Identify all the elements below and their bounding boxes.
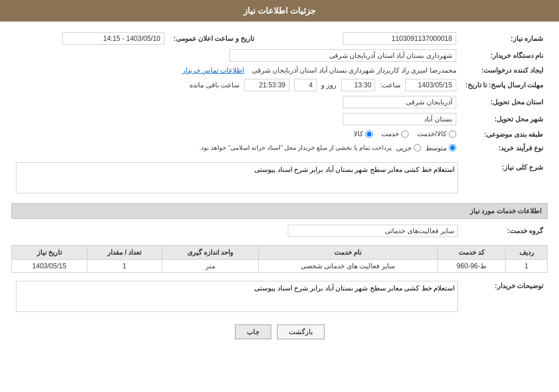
deadline-day-label: روز و bbox=[321, 81, 337, 89]
city-box: بستان آباد bbox=[343, 113, 456, 125]
row-need-number: شماره نیاز: 1103091137000018 تاریخ و ساع… bbox=[11, 30, 548, 47]
category-label: طبقه بندی موضوعی: bbox=[461, 128, 548, 142]
buyer-desc-table: توضیحات خریدار: استعلام خط کشی معابر سطح… bbox=[11, 279, 548, 316]
service-group-value: سایر فعالیت‌های خدماتی bbox=[11, 222, 463, 239]
service-group-table: گروه خدمت: سایر فعالیت‌های خدماتی bbox=[11, 222, 548, 239]
deadline-row: 1403/05/15 ساعت: 13:30 روز و 4 21:53:39 … bbox=[11, 77, 461, 94]
radio-motavasset[interactable] bbox=[449, 144, 456, 151]
buyer-box: شهرداری بستان آباد استان آذربایجان شرقی bbox=[229, 49, 456, 62]
radio-khedmat[interactable] bbox=[401, 130, 409, 138]
col-qty: تعداد / مقدار bbox=[87, 245, 162, 259]
services-header-row: ردیف کد خدمت نام خدمت واحد اندازه گیری ت… bbox=[12, 245, 548, 259]
deadline-label: مهلت ارسال پاسخ: تا تاریخ: bbox=[461, 77, 548, 94]
buyer-desc-cell: استعلام خط کشی معابر سطح شهر بستان آباد … bbox=[11, 279, 463, 316]
announce-date-box: 1403/05/10 - 14:15 bbox=[62, 32, 165, 45]
deadline-time-box: 13:30 bbox=[341, 79, 375, 91]
col-code: کد خدمت bbox=[438, 245, 505, 259]
radio-kala-khedmat[interactable] bbox=[449, 130, 456, 138]
creator-label: ایجاد کننده درخواست: bbox=[461, 64, 548, 77]
category-option-kala-khedmat[interactable]: کالا/خدمت bbox=[417, 130, 456, 138]
buyer-label: نام دستگاه خریدار: bbox=[461, 47, 548, 64]
purchase-type-row: متوسط جزیی پرداخت تمام یا بخشی از مبلغ خ… bbox=[11, 142, 461, 154]
main-content: شماره نیاز: 1103091137000018 تاریخ و ساع… bbox=[0, 22, 559, 359]
col-date: تاریخ نیاز bbox=[12, 245, 87, 259]
row-need-desc: شرح کلی نیاز: استعلام خط کشی معابر سطح ش… bbox=[11, 160, 548, 197]
radio-kala[interactable] bbox=[365, 130, 373, 138]
info-table: شماره نیاز: 1103091137000018 تاریخ و ساع… bbox=[11, 30, 548, 154]
buyer-value: شهرداری بستان آباد استان آذربایجان شرقی bbox=[11, 47, 461, 64]
city-value: بستان آباد bbox=[11, 111, 461, 128]
row-purchase-type: نوع فرآیند خرید: متوسط جزیی پرداخت تمام … bbox=[11, 142, 548, 154]
page-header: جزئیات اطلاعات نیاز bbox=[0, 0, 559, 22]
col-unit: واحد اندازه گیری bbox=[162, 245, 259, 259]
need-number-value: 1103091137000018 bbox=[287, 30, 461, 47]
print-button[interactable]: چاپ bbox=[235, 324, 271, 339]
deadline-date-box: 1403/05/15 bbox=[405, 79, 456, 91]
need-desc-table: شرح کلی نیاز: استعلام خط کشی معابر سطح ش… bbox=[11, 160, 548, 197]
service-group-box: سایر فعالیت‌های خدماتی bbox=[288, 225, 458, 237]
col-row: ردیف bbox=[506, 245, 548, 259]
services-table-body: 1ط-96-960سایر فعالیت های خدماتی شخصیمتر1… bbox=[12, 259, 548, 272]
creator-value: محمدرضا امیری راد کاربرداز شهرداری بستان… bbox=[11, 64, 461, 77]
row-city: شهر محل تحویل: بستان آباد bbox=[11, 111, 548, 128]
row-buyer-desc: توضیحات خریدار: استعلام خط کشی معابر سطح… bbox=[11, 279, 548, 316]
city-label: شهر محل تحویل: bbox=[461, 111, 548, 128]
purchase-option-jozi[interactable]: جزیی bbox=[396, 144, 421, 152]
purchase-desc: پرداخت تمام یا بخشی از مبلغ خریداز محل "… bbox=[199, 144, 392, 151]
need-number-label: شماره نیاز: bbox=[461, 30, 548, 47]
row-service-group: گروه خدمت: سایر فعالیت‌های خدماتی bbox=[11, 222, 548, 239]
remaining-time-box: 21:53:39 bbox=[244, 79, 289, 91]
category-options: کالا/خدمت خدمت کالا bbox=[11, 128, 461, 142]
need-number-box: 1103091137000018 bbox=[343, 32, 456, 45]
services-table-head: ردیف کد خدمت نام خدمت واحد اندازه گیری ت… bbox=[12, 245, 548, 259]
page-title: جزئیات اطلاعات نیاز bbox=[243, 6, 316, 15]
need-desc-cell: استعلام خط کشی معابر سطح شهر بستان آباد … bbox=[11, 160, 463, 197]
row-creator: ایجاد کننده درخواست: محمدرضا امیری راد ک… bbox=[11, 64, 548, 77]
buyer-desc-textarea[interactable]: استعلام خط کشی معابر سطح شهر بستان آباد … bbox=[16, 281, 458, 312]
province-box: آذربایجان شرقی bbox=[343, 96, 456, 108]
province-value: آذربایجان شرقی bbox=[11, 94, 461, 111]
purchase-option-motavasset[interactable]: متوسط bbox=[426, 144, 456, 152]
col-name: نام خدمت bbox=[259, 245, 438, 259]
category-option-kala[interactable]: کالا bbox=[354, 130, 373, 138]
back-button[interactable]: بازگشت bbox=[277, 324, 325, 339]
province-label: استان محل تحویل: bbox=[461, 94, 548, 111]
category-radio-group: کالا/خدمت خدمت کالا bbox=[354, 130, 456, 138]
announce-date-value: 1403/05/10 - 14:15 bbox=[11, 30, 169, 47]
radio-jozi[interactable] bbox=[414, 144, 421, 151]
services-section-header: اطلاعات خدمات مورد نیاز bbox=[11, 203, 548, 219]
category-option-khedmat[interactable]: خدمت bbox=[381, 130, 409, 138]
services-table: ردیف کد خدمت نام خدمت واحد اندازه گیری ت… bbox=[11, 245, 548, 273]
need-desc-label: شرح کلی نیاز: bbox=[463, 160, 548, 197]
contact-link[interactable]: اطلاعات تماس خریدار bbox=[182, 66, 245, 74]
row-category: طبقه بندی موضوعی: کالا/خدمت خدمت کالا bbox=[11, 128, 548, 142]
creator-text: محمدرضا امیری راد کاربرداز شهرداری بستان… bbox=[252, 66, 456, 74]
row-buyer: نام دستگاه خریدار: شهرداری بستان آباد اس… bbox=[11, 47, 548, 64]
row-province: استان محل تحویل: آذربایجان شرقی bbox=[11, 94, 548, 111]
page-container: جزئیات اطلاعات نیاز شماره نیاز: 11030911… bbox=[0, 0, 559, 392]
deadline-day-box: 4 bbox=[294, 79, 317, 91]
remaining-label: ساعت باقی مانده bbox=[190, 81, 239, 89]
service-group-label: گروه خدمت: bbox=[463, 222, 548, 239]
deadline-time-label: ساعت: bbox=[380, 81, 400, 89]
table-row: 1ط-96-960سایر فعالیت های خدماتی شخصیمتر1… bbox=[12, 259, 548, 272]
button-row: بازگشت چاپ bbox=[11, 324, 548, 351]
need-desc-textarea[interactable]: استعلام خط کشی معابر سطح شهر بستان آباد … bbox=[16, 162, 458, 193]
buyer-desc-label: توضیحات خریدار: bbox=[463, 279, 548, 316]
purchase-type-label: نوع فرآیند خرید: bbox=[461, 142, 548, 154]
announce-date-label: تاریخ و ساعت اعلان عمومی: bbox=[169, 30, 259, 47]
row-deadline: مهلت ارسال پاسخ: تا تاریخ: 1403/05/15 سا… bbox=[11, 77, 548, 94]
